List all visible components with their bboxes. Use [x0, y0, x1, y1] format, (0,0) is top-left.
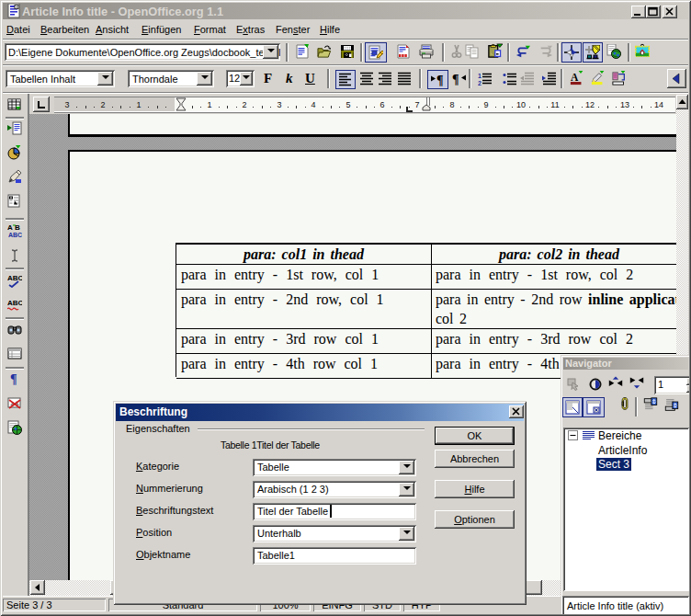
svg-text:2: 2 [478, 80, 481, 86]
svg-text:ABC: ABC [8, 232, 22, 238]
svg-text:¶: ¶ [452, 73, 459, 86]
svg-text:ABC: ABC [7, 299, 22, 307]
svg-text:B: B [15, 223, 20, 232]
svg-text:A: A [7, 223, 13, 232]
svg-text:A: A [571, 72, 579, 83]
svg-text:1: 1 [478, 73, 481, 79]
svg-text:¶: ¶ [10, 372, 17, 386]
svg-text:ABC: ABC [7, 274, 22, 282]
svg-text:¶: ¶ [436, 74, 444, 87]
